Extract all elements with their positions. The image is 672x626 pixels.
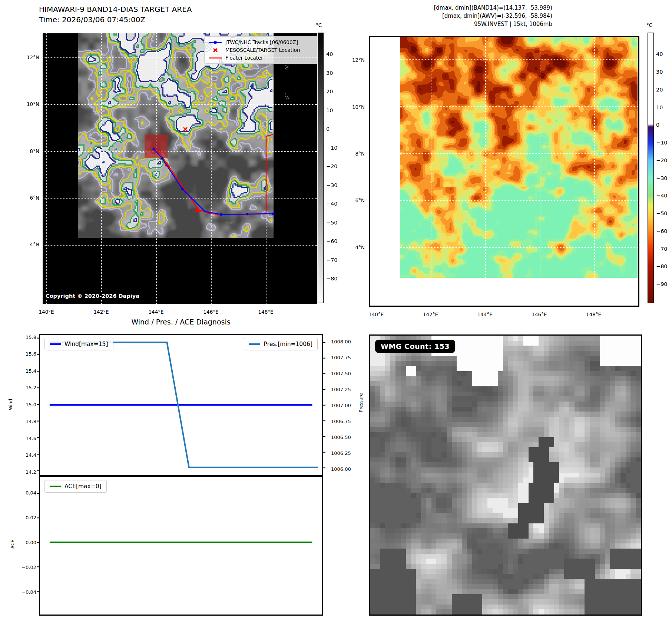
legend-item-floater-locater: Floater Locater xyxy=(208,55,315,61)
tick-label: −40 xyxy=(326,201,338,207)
tick-label: 15.4 xyxy=(26,368,36,373)
tick-label: 20 xyxy=(656,87,663,93)
tick-label: 6°N xyxy=(30,195,39,201)
tick-label: 0 xyxy=(656,122,659,128)
tick-label: −30 xyxy=(656,175,668,181)
wmg-panel: WMG Count: 153 xyxy=(369,334,642,616)
legend-item-label: MESOSCALE/TARGET Location xyxy=(225,47,300,53)
floater-locater-path-vertical xyxy=(248,134,273,214)
tick-label: −0.04 xyxy=(21,589,36,595)
wind-legend-label: Wind[max=15] xyxy=(64,341,108,347)
tick-label: 4°N xyxy=(30,242,39,247)
contour-label: −31 xyxy=(282,91,291,101)
tick-label: 4°N xyxy=(355,244,365,250)
tick-label: 12°N xyxy=(27,54,39,60)
band14-lon-axis: 140°E142°E144°E146°E148°E xyxy=(43,309,317,316)
band14-map-title: HIMAWARI-9 BAND14-DIAS TARGET AREA xyxy=(39,4,192,14)
wmg-count-badge: WMG Count: 153 xyxy=(375,340,455,353)
tick-label: 30 xyxy=(656,69,663,75)
tick-label: 40 xyxy=(326,51,333,57)
awv-map-frame xyxy=(369,36,639,307)
tick-label: 0.02 xyxy=(26,515,36,520)
wmg-cloud-image xyxy=(370,336,641,615)
tick-label: 1008.00 xyxy=(331,339,351,344)
tick-label: 1007.50 xyxy=(331,370,351,376)
gridline-6n xyxy=(400,200,638,201)
copyright-text: Copyright © 2020-2026 Dapiya xyxy=(44,293,142,300)
pressure-axis-ticks: 1008.001007.751007.501007.251007.001006.… xyxy=(331,334,358,476)
tick-label: 148°E xyxy=(586,312,601,317)
tick-label: 12°N xyxy=(352,57,365,63)
awv-map-area xyxy=(400,37,638,278)
tick-label: −40 xyxy=(656,193,668,199)
ace-axis-label: ACE xyxy=(10,540,15,549)
tick-label: 1006.75 xyxy=(331,418,351,424)
wind-pressure-plot xyxy=(40,335,322,475)
tick-label: 0.00 xyxy=(26,540,36,545)
pressure-axis-label: Pressure xyxy=(358,393,364,412)
tick-label: 15.0 xyxy=(26,402,36,407)
legend-item-mesoscale-location: MESOSCALE/TARGET Location xyxy=(208,47,315,53)
tick-label: 10 xyxy=(656,104,663,110)
tick-label: 148°E xyxy=(258,309,273,315)
tick-label: 146°E xyxy=(532,312,547,317)
ace-plot xyxy=(40,477,322,615)
gridline-144e xyxy=(485,37,486,278)
mesoscale-target-box xyxy=(145,134,168,158)
tick-label: 8°N xyxy=(30,148,39,154)
header-invest-intensity: 95W.INVEST | 15kt, 1006mb xyxy=(434,20,552,28)
awv-header: [dmax, dmin](BAND14)=(14.137, -53.989) [… xyxy=(434,4,552,28)
tick-label: −70 xyxy=(326,257,338,263)
legend-item-label: Floater Locater xyxy=(225,55,263,61)
pressure-legend: Pres.[min=1006] xyxy=(244,338,318,350)
tick-label: 1007.00 xyxy=(331,402,351,408)
header-dmax-dmin-awv: [dmax, dmin](AWV)=(-32.596, -58.984) xyxy=(434,12,552,20)
tick-label: 40 xyxy=(656,51,663,57)
wind-pressure-chart: Wind[max=15] Pres.[min=1006] xyxy=(39,334,323,476)
tick-label: 20 xyxy=(326,89,333,94)
awv-lon-axis: 140°E142°E144°E146°E148°E xyxy=(369,312,639,319)
map-legend: JTWC/NHC Tracks [06/0600Z] MESOSCALE/TAR… xyxy=(204,36,317,64)
tick-label: 146°E xyxy=(203,309,218,315)
track-overlay: −76 −31 −64 xyxy=(43,33,317,304)
tick-label: 142°E xyxy=(423,312,438,317)
pressure-legend-label: Pres.[min=1006] xyxy=(264,341,312,347)
tick-label: −50 xyxy=(656,210,668,216)
tick-label: 1006.50 xyxy=(331,434,351,440)
band14-colorbar-unit: °C xyxy=(316,22,322,28)
tick-label: −50 xyxy=(326,220,338,226)
red-x-marker-icon xyxy=(208,48,222,53)
tick-label: −10 xyxy=(326,145,338,151)
ace-legend-label: ACE[max=0] xyxy=(64,483,102,490)
ace-line-swatch-icon xyxy=(50,486,61,487)
tick-label: 144°E xyxy=(477,312,493,317)
wind-axis-label: Wind xyxy=(8,399,13,410)
tick-label: 1007.25 xyxy=(331,386,351,392)
diagnosis-chart-title: Wind / Pres. / ACE Diagnosis xyxy=(88,318,274,326)
band14-colorbar xyxy=(318,33,324,303)
tick-label: 15.6 xyxy=(26,351,36,357)
pressure-line-swatch-icon xyxy=(249,343,260,345)
band14-lat-axis: 12°N10°N8°N6°N4°N xyxy=(19,33,39,304)
tick-label: 15.2 xyxy=(26,385,36,390)
awv-colorbar-unit: °C xyxy=(646,22,652,28)
tick-label: 14.8 xyxy=(26,419,36,424)
tick-label: 0 xyxy=(326,126,330,132)
jtwc-track-points xyxy=(152,147,274,216)
tick-label: 1006.25 xyxy=(331,450,351,456)
awv-colorbar-ticks: 403020100−10−20−30−40−50−60−70−80−90 xyxy=(656,33,672,303)
tick-label: −20 xyxy=(326,163,338,169)
tick-label: −20 xyxy=(656,157,668,163)
tick-label: −70 xyxy=(656,246,668,252)
jtwc-track-line xyxy=(154,149,273,214)
tick-label: 14.6 xyxy=(26,435,36,441)
tick-label: −0.02 xyxy=(21,565,36,570)
weather-diagnosis-figure: HIMAWARI-9 BAND14-DIAS TARGET AREA Time:… xyxy=(0,0,672,626)
red-line-icon xyxy=(208,56,222,60)
blue-track-marker-icon xyxy=(208,40,222,45)
gridline-4n xyxy=(400,247,638,248)
gridline-8n xyxy=(400,153,638,154)
tick-label: 30 xyxy=(326,70,333,76)
wind-line-swatch-icon xyxy=(50,343,61,345)
wind-axis-ticks: 15.815.615.415.215.014.814.614.414.2 xyxy=(18,334,36,476)
